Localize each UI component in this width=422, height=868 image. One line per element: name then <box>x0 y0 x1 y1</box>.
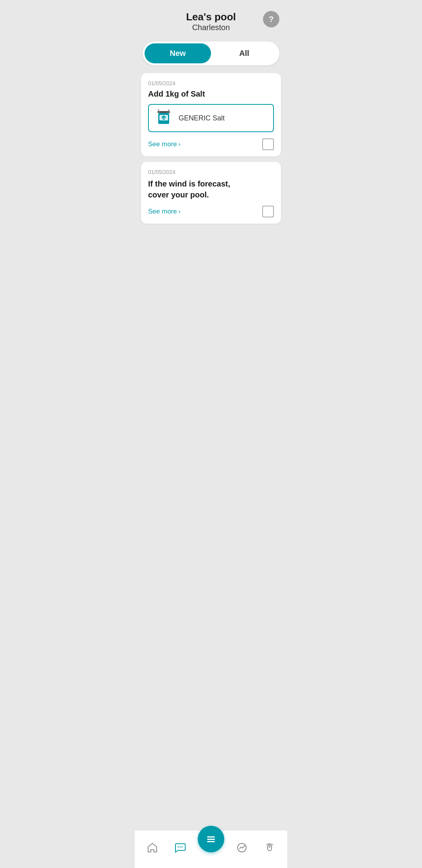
product-name: GENERIC Salt <box>179 114 225 122</box>
product-box: GENERIC Salt <box>148 104 274 132</box>
chevron-right-icon: › <box>179 208 181 215</box>
task-card-1: 01/05/2024 Add 1kg of Salt GENERIC Salt <box>141 73 281 156</box>
tab-new[interactable]: New <box>145 43 211 63</box>
card-1-see-more-button[interactable]: See more › <box>148 140 181 148</box>
page-header: Lea's pool Charleston ? <box>135 0 287 38</box>
task-card-2: 01/05/2024 If the wind is forecast,cover… <box>141 162 281 224</box>
card-2-footer: See more › <box>148 206 274 217</box>
card-2-date: 01/05/2024 <box>148 169 274 175</box>
svg-point-3 <box>162 116 166 120</box>
tab-bar: New All <box>143 41 279 65</box>
location-label: Charleston <box>192 23 230 32</box>
help-button[interactable]: ? <box>263 11 279 27</box>
card-2-title: If the wind is forecast,cover your pool. <box>148 178 274 200</box>
tab-all[interactable]: All <box>211 43 277 63</box>
card-1-title: Add 1kg of Salt <box>148 90 274 99</box>
card-1-footer: See more › <box>148 138 274 150</box>
card-2-see-more-button[interactable]: See more › <box>148 208 181 215</box>
card-1-date: 01/05/2024 <box>148 80 274 86</box>
header-title-block: Lea's pool Charleston <box>186 11 236 32</box>
salt-bucket-icon <box>154 109 173 127</box>
pool-name: Lea's pool <box>186 11 236 23</box>
question-mark-icon: ? <box>269 15 274 24</box>
card-2-checkbox[interactable] <box>262 206 274 217</box>
card-1-checkbox[interactable] <box>262 138 274 150</box>
chevron-right-icon: › <box>179 141 181 148</box>
cards-area: 01/05/2024 Add 1kg of Salt GENERIC Salt <box>135 73 287 224</box>
